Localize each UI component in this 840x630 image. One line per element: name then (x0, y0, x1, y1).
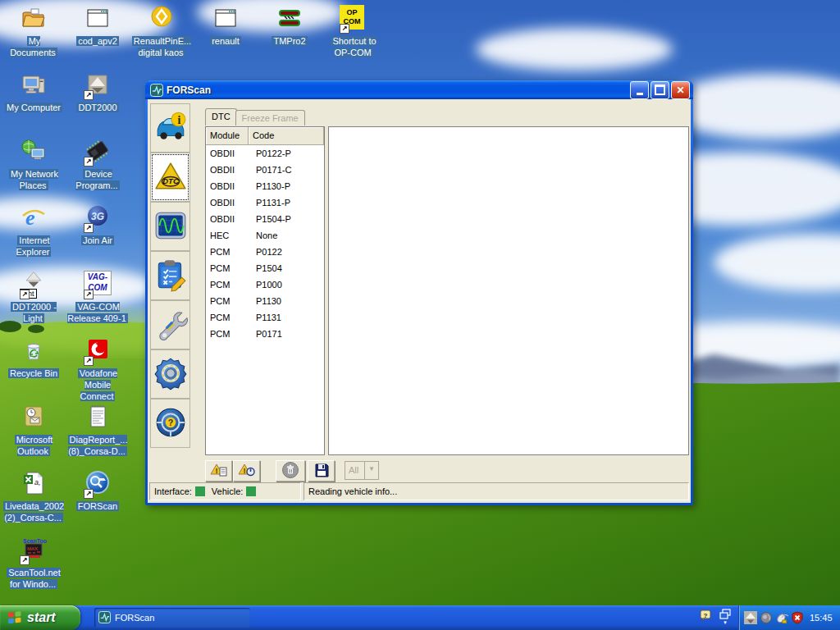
cell-code: P0171-C (253, 165, 324, 175)
desktop-icon-ddt2000[interactable]: ↗DDT2000 (67, 71, 128, 113)
desktop-icon-my-computer[interactable]: My Computer (3, 71, 64, 113)
desktop-icon-vodafone-mobile-connect[interactable]: ↗Vodafone Mobile Connect (67, 337, 128, 402)
desktop-icon-my-network-places[interactable]: My Network Places (3, 138, 64, 191)
desktop-icon-label: My Network Places (3, 168, 64, 191)
table-row[interactable]: PCMP1504 (206, 260, 324, 276)
desktop-icon-label: DDT2000 - Light (3, 301, 64, 324)
close-button[interactable]: ✕ (671, 81, 690, 99)
status-message: Reading vehicle info... (308, 486, 397, 496)
table-row[interactable]: PCMP1130 (206, 293, 324, 309)
tray-ddt2000-tray-icon[interactable] (744, 611, 757, 624)
tab-dtc[interactable]: DTC (205, 108, 237, 126)
cell-module: PCM (206, 263, 253, 273)
desktop-icon-renaultpine-digital-kaos[interactable]: RenaultPinE... digital kaos (131, 5, 192, 58)
tray-volume-icon[interactable] (760, 611, 773, 624)
table-row[interactable]: OBDIIP1131-P (206, 194, 324, 211)
start-label: start (27, 610, 56, 625)
desktop-icon-cod-apv2[interactable]: cod_apv2 (67, 5, 128, 47)
join-air-icon: 3G↗ (84, 204, 112, 232)
table-row[interactable]: HECNone (206, 227, 324, 244)
taskbar-window-restore-icon[interactable]: ▾ (719, 609, 732, 627)
connection-status-panel: Interface: Vehicle: (149, 482, 301, 500)
system-tray: 15:45 (738, 605, 840, 630)
sidebar-oscilloscope-button[interactable] (150, 202, 190, 251)
read-dtc-keyon-button[interactable]: ! (233, 460, 260, 482)
svg-text:e: e (25, 206, 35, 230)
sidebar-vehicle-info-button[interactable]: i (150, 103, 190, 153)
tab-freeze-frame: Freeze Frame (235, 110, 305, 126)
shortcut-arrow-icon: ↗ (84, 489, 94, 499)
shortcut-arrow-icon: ↗ (20, 290, 30, 299)
table-row[interactable]: OBDIIP1504-P (206, 211, 324, 227)
desktop-icon-renault[interactable]: renault (195, 5, 256, 47)
windows-flag-icon (7, 609, 23, 626)
tray-mouse-icon[interactable] (775, 611, 788, 624)
cell-code: P1000 (253, 280, 324, 290)
tray-icons (744, 611, 806, 624)
desktop-icon-vag-com-release-409-1[interactable]: VAG-COM↗VAG-COM Release 409-1 (67, 271, 128, 324)
sidebar-settings-button[interactable] (150, 349, 190, 399)
table-row[interactable]: PCMP1131 (206, 309, 324, 326)
clock: 15:45 (810, 613, 833, 623)
cell-module: PCM (206, 280, 253, 290)
maximize-button[interactable] (651, 81, 669, 99)
title-bar[interactable]: FORScan ✕ (145, 80, 693, 99)
svg-text:DTC: DTC (162, 176, 179, 185)
tray-security-alert-icon[interactable] (791, 611, 804, 624)
sidebar-service-button[interactable] (150, 300, 190, 349)
desktop-icon-ddt2000-light[interactable]: ight↗DDT2000 - Light (3, 271, 64, 324)
vagcom-icon: VAG-COM↗ (84, 271, 112, 299)
my-computer-icon (20, 71, 48, 99)
table-row[interactable]: PCMP1000 (206, 276, 324, 293)
forscan-app-icon (150, 84, 163, 97)
clear-dtc-button[interactable] (276, 460, 305, 482)
desktop-icon-livedata-2002-2-corsa-c[interactable]: a,Livedata_2002 (2)_Corsa-C... (3, 470, 64, 523)
desktop-icon-my-documents[interactable]: My Documents (3, 5, 64, 58)
desktop-icon-shortcut-to-op-com[interactable]: OPCOM↗Shortcut to OP-COM (323, 5, 384, 58)
ddt-light-icon: ight↗ (20, 271, 48, 299)
desktop-icon-recycle-bin[interactable]: Recycle Bin (3, 337, 64, 379)
sidebar-dtc-button[interactable]: DTC (150, 153, 190, 202)
cell-code: None (253, 231, 324, 240)
desktop-icon-microsoft-outlook[interactable]: Microsoft Outlook (3, 404, 64, 457)
save-dtc-button[interactable] (308, 460, 335, 482)
desktop-icon-label: Shortcut to OP-COM (323, 35, 384, 58)
desktop-icon-forscan[interactable]: ↗FORScan (67, 470, 128, 512)
minimize-button[interactable] (630, 81, 649, 99)
start-button[interactable]: start (0, 605, 80, 630)
table-row[interactable]: PCMP0171 (206, 326, 324, 342)
table-row[interactable]: OBDIIP1130-P (206, 178, 324, 194)
table-header-row: Module Code (206, 127, 324, 145)
sidebar-help-button[interactable]: ? (150, 399, 190, 448)
svg-text:i: i (177, 114, 180, 126)
desktop-icon-device-program[interactable]: ↗Device Program... (67, 138, 128, 191)
desktop-icon-internet-explorer[interactable]: eInternet Explorer (3, 204, 64, 258)
table-row[interactable]: OBDIIP0122-P (206, 145, 324, 162)
read-dtc-button[interactable]: ! (205, 460, 232, 482)
scantool-icon: ScanToolMAX↗ (20, 536, 48, 564)
cell-module: OBDII (206, 148, 253, 158)
taskbar-task-forscan[interactable]: FORScan (94, 608, 250, 628)
svg-text:MAX: MAX (27, 546, 38, 551)
desktop-icon-label: My Computer (3, 102, 64, 113)
desktop-icon-label: DDT2000 (67, 102, 128, 113)
sidebar-tests-button[interactable] (150, 251, 190, 300)
window-app-icon (84, 5, 112, 33)
column-header-code[interactable]: Code (249, 127, 324, 145)
minimize-icon (637, 93, 643, 95)
table-row[interactable]: PCMP0122 (206, 244, 324, 260)
taskbar-help-note-icon[interactable]: ? (699, 609, 712, 627)
desktop-icon-scantool-net-for-windo[interactable]: ScanToolMAX↗ScanTool.net for Windo... (3, 536, 64, 590)
dtc-filter-dropdown: All ▼ (345, 461, 379, 480)
desktop-icon-tmpro2[interactable]: TMPro2 (259, 5, 320, 47)
forscan-app-icon: ↗ (84, 470, 112, 498)
desktop-icon-join-air[interactable]: 3G↗Join Air (67, 204, 128, 246)
table-row[interactable]: OBDIIP0171-C (206, 162, 324, 178)
tmpro-icon (276, 5, 304, 33)
desktop-icon-label: Vodafone Mobile Connect (67, 368, 128, 402)
desktop-icon-label: renault (195, 35, 256, 47)
desktop-icon-diagreport-8-corsa-d[interactable]: DiagReport_... (8)_Corsa-D... (67, 404, 128, 457)
cell-code: P0171 (253, 329, 324, 339)
column-header-module[interactable]: Module (206, 127, 249, 145)
shortcut-arrow-icon: ↗ (340, 24, 349, 34)
